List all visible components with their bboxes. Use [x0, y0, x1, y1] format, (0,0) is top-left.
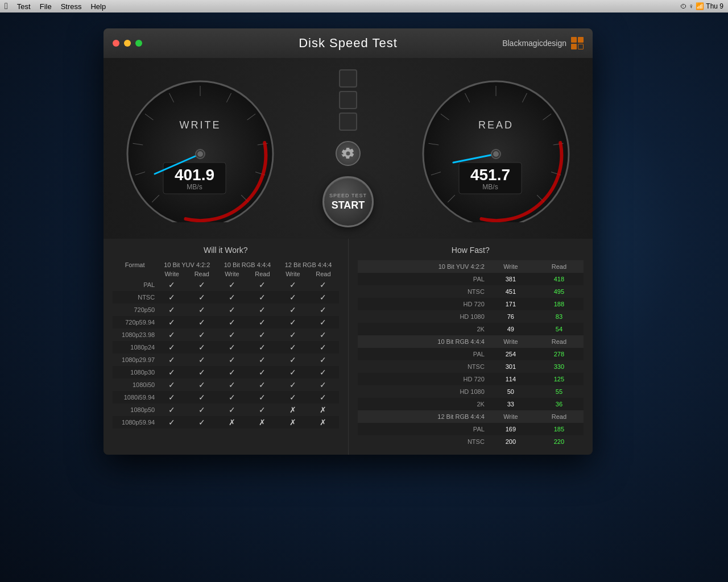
- c3w-cell: ✓: [278, 366, 308, 379]
- c2w-cell: ✓: [217, 304, 247, 316]
- rgb12-read-header: Read: [308, 269, 338, 278]
- c2r-cell: ✗: [247, 416, 278, 429]
- gauges-area: WRITE 401.9 MB/s: [104, 58, 593, 239]
- apple-menu[interactable]: : [5, 1, 8, 11]
- maximize-button[interactable]: [135, 40, 142, 47]
- hf-read: 55: [535, 385, 584, 398]
- window-controls: [113, 40, 142, 47]
- c2r-cell: ✓: [247, 379, 278, 391]
- hf-write: 200: [487, 435, 535, 448]
- table-row: 1080p59.94 ✓ ✓ ✗ ✗ ✗ ✗: [113, 416, 339, 429]
- table-row: 1080p50 ✓ ✓ ✓ ✓ ✗ ✗: [113, 404, 339, 416]
- hf-row: HD 1080 50 55: [358, 385, 584, 398]
- c3w-cell: ✓: [278, 391, 308, 404]
- hf-read: 188: [535, 298, 584, 310]
- c3w-cell: ✗: [278, 404, 308, 416]
- hf-read: 185: [535, 423, 584, 435]
- svg-text:451.7: 451.7: [470, 166, 510, 184]
- c1r-cell: ✓: [187, 316, 217, 329]
- table-row: 1080p24 ✓ ✓ ✓ ✓ ✓ ✓: [113, 341, 339, 354]
- c3r-cell: ✓: [308, 304, 338, 316]
- close-button[interactable]: [113, 40, 119, 47]
- c2r-cell: ✓: [247, 341, 278, 354]
- brand-name: Blackmagicdesign: [502, 39, 566, 48]
- format-sq-3[interactable]: [339, 113, 357, 131]
- rgb-read-header: Read: [247, 269, 278, 278]
- c1r-cell: ✓: [187, 278, 217, 291]
- format-cell: 1080p30: [113, 366, 157, 379]
- brand-sq-3: [571, 44, 577, 49]
- format-sq-2[interactable]: [339, 91, 357, 109]
- brand-sq-1: [571, 37, 577, 43]
- hf-format: HD 1080: [358, 310, 487, 323]
- c1w-cell: ✓: [157, 304, 187, 316]
- hf-write: 451: [487, 285, 535, 298]
- svg-text:WRITE: WRITE: [180, 119, 221, 131]
- c1r-cell: ✓: [187, 354, 217, 366]
- hf-read: 418: [535, 273, 584, 285]
- menu-stress[interactable]: Stress: [61, 2, 82, 11]
- c1r-cell: ✓: [187, 404, 217, 416]
- c1w-cell: ✓: [157, 341, 187, 354]
- titlebar: Disk Speed Test Blackmagicdesign: [104, 28, 593, 58]
- table-row: 1080i50 ✓ ✓ ✓ ✓ ✓ ✓: [113, 379, 339, 391]
- c1w-cell: ✓: [157, 404, 187, 416]
- brand-icon: [571, 37, 584, 49]
- c2r-cell: ✓: [247, 404, 278, 416]
- c2w-cell: ✓: [217, 278, 247, 291]
- read-gauge: READ 451.7 MB/s: [416, 74, 576, 222]
- hf-row: PAL 254 278: [358, 348, 584, 360]
- svg-text:MB/s: MB/s: [187, 183, 202, 191]
- info-area: Will it Work? Format 10 Bit YUV 4:2:2 10…: [104, 239, 593, 455]
- c1w-cell: ✓: [157, 416, 187, 429]
- c1r-cell: ✓: [187, 391, 217, 404]
- c3r-cell: ✗: [308, 416, 338, 429]
- svg-text:READ: READ: [478, 119, 514, 131]
- start-button[interactable]: SPEED TEST START: [322, 176, 374, 227]
- c3r-cell: ✓: [308, 379, 338, 391]
- hf-row: NTSC 451 495: [358, 285, 584, 298]
- hf-row: PAL 169 185: [358, 423, 584, 435]
- c2w-cell: ✓: [217, 379, 247, 391]
- hf-row: 2K 33 36: [358, 398, 584, 410]
- hf-write: 301: [487, 360, 535, 373]
- format-sq-1[interactable]: [339, 69, 357, 88]
- hf-write: 169: [487, 423, 535, 435]
- c3w-cell: ✓: [278, 329, 308, 341]
- c2w-cell: ✗: [217, 416, 247, 429]
- format-cell: 720p50: [113, 304, 157, 316]
- c2w-cell: ✓: [217, 354, 247, 366]
- c3r-cell: ✓: [308, 278, 338, 291]
- brand-sq-2: [578, 37, 584, 43]
- menu-test[interactable]: Test: [17, 2, 31, 11]
- yuv-read-header: Read: [187, 269, 217, 278]
- format-squares: [339, 69, 357, 131]
- rgb12-header: 12 Bit RGB 4:4:4: [278, 260, 338, 269]
- c2r-cell: ✓: [247, 329, 278, 341]
- hf-format: HD 720: [358, 298, 487, 310]
- c1w-cell: ✓: [157, 329, 187, 341]
- settings-button[interactable]: [336, 141, 361, 166]
- c1r-cell: ✓: [187, 329, 217, 341]
- c2w-cell: ✓: [217, 329, 247, 341]
- start-label: START: [332, 199, 365, 211]
- c2w-cell: ✓: [217, 404, 247, 416]
- hf-format: HD 1080: [358, 385, 487, 398]
- c1r-cell: ✓: [187, 416, 217, 429]
- table-row: 720p50 ✓ ✓ ✓ ✓ ✓ ✓: [113, 304, 339, 316]
- format-cell: 1080p59.94: [113, 416, 157, 429]
- hf-format: PAL: [358, 423, 487, 435]
- hf-format: PAL: [358, 348, 487, 360]
- hf-row: HD 720 114 125: [358, 373, 584, 385]
- app-window: Disk Speed Test Blackmagicdesign: [104, 28, 593, 455]
- hf-row: HD 1080 76 83: [358, 310, 584, 323]
- svg-point-37: [493, 151, 499, 157]
- menu-file[interactable]: File: [40, 2, 52, 11]
- menu-help[interactable]: Help: [90, 2, 106, 11]
- c2w-cell: ✓: [217, 316, 247, 329]
- brand-sq-4: [578, 44, 584, 49]
- c3r-cell: ✓: [308, 391, 338, 404]
- minimize-button[interactable]: [124, 40, 131, 47]
- table-row: 1080i59.94 ✓ ✓ ✓ ✓ ✓ ✓: [113, 391, 339, 404]
- c1r-cell: ✓: [187, 291, 217, 304]
